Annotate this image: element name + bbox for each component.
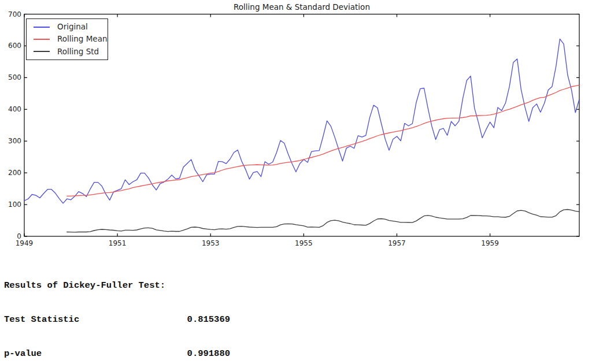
result-row-p-value: p-value 0.991880: [4, 348, 230, 360]
svg-text:300: 300: [8, 137, 21, 145]
results-heading: Results of Dickey-Fuller Test:: [4, 280, 230, 292]
svg-text:400: 400: [8, 105, 21, 113]
svg-text:1951: 1951: [109, 239, 127, 247]
svg-text:500: 500: [8, 73, 21, 81]
legend-label-original: Original: [57, 23, 88, 31]
result-label: p-value: [4, 348, 42, 360]
svg-text:1957: 1957: [388, 239, 406, 247]
result-label: Test Statistic: [4, 314, 79, 326]
result-value: 0.815369: [187, 314, 230, 326]
legend-line-swatch-rolling-mean: [34, 39, 50, 40]
svg-text:0: 0: [17, 232, 21, 240]
result-value: 0.991880: [187, 348, 230, 360]
legend-label-rolling-std: Rolling Std: [57, 48, 99, 56]
legend-label-rolling-mean: Rolling Mean: [57, 35, 107, 43]
legend-item-original: Original: [27, 21, 108, 33]
dickey-fuller-results: Results of Dickey-Fuller Test: Test Stat…: [4, 258, 230, 364]
legend-item-rolling-std: Rolling Std: [27, 46, 108, 57]
legend: Original Rolling Mean Rolling Std: [26, 18, 108, 60]
legend-line-swatch-original: [34, 27, 50, 28]
legend-line-swatch-rolling-std: [34, 51, 50, 52]
svg-text:1953: 1953: [202, 239, 220, 247]
figure: Rolling Mean & Standard Deviation 194919…: [0, 0, 592, 364]
legend-item-rolling-mean: Rolling Mean: [27, 34, 108, 45]
svg-text:200: 200: [8, 169, 21, 177]
svg-text:1955: 1955: [295, 239, 313, 247]
result-row-test-statistic: Test Statistic 0.815369: [4, 314, 230, 326]
svg-text:1959: 1959: [481, 239, 499, 247]
svg-text:100: 100: [8, 200, 21, 209]
svg-text:700: 700: [8, 10, 21, 18]
svg-text:600: 600: [8, 42, 21, 50]
